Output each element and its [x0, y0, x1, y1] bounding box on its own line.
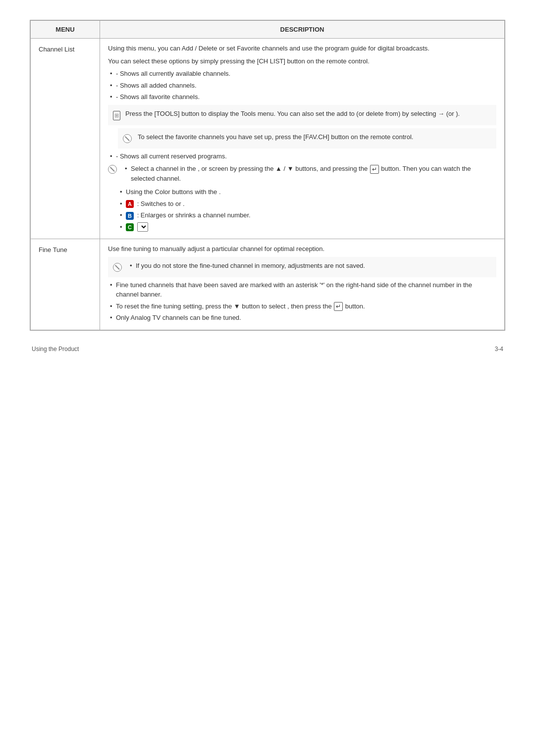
sub-bullet-list: Using the Color buttons with the .: [118, 187, 496, 197]
nosymbol-icon3: [113, 261, 124, 273]
tools-note-text: Press the [TOOLS] button to display the …: [125, 109, 460, 119]
bullet-list: - Shows all currently available channels…: [108, 69, 496, 102]
color-badge-green: C: [126, 223, 134, 231]
desc-cell-1: Use fine tuning to manually adjust a par…: [100, 239, 505, 330]
color-badge-red: A: [126, 200, 134, 208]
enter-icon: ↵: [370, 165, 379, 174]
tools-icon: ⊞: [113, 109, 121, 121]
color-button-item: A : Switches to or .: [118, 199, 496, 209]
fav-note-box: To select the favorite channels you have…: [118, 128, 496, 149]
fav-note-text: To select the favorite channels you have…: [138, 132, 413, 142]
nosymbol-icon: [123, 133, 134, 145]
footer-left: Using the Product: [32, 346, 79, 353]
bullet-list-2: - Shows all current reserved programs.: [108, 151, 496, 161]
list-item: - Shows all currently available channels…: [108, 69, 496, 79]
fine-bullet-item: Only Analog TV channels can be fine tune…: [108, 313, 496, 323]
prog-note-list: Select a channel in the , or screen by p…: [123, 164, 496, 185]
page-container: MENU DESCRIPTION Channel ListUsing this …: [30, 20, 505, 331]
menu-cell-0: Channel List: [31, 39, 100, 239]
no-symbol-icon: [108, 165, 117, 174]
paragraph: Using this menu, you can Add / Delete or…: [108, 44, 496, 53]
paragraph: Use fine tuning to manually adjust a par…: [108, 244, 496, 254]
finetune-note-list: If you do not store the fine-tuned chann…: [128, 261, 365, 273]
programmed-note: Select a channel in the , or screen by p…: [108, 164, 496, 185]
no-symbol-icon: [123, 134, 132, 143]
fine-bullets: Fine tuned channels that have been saved…: [108, 280, 496, 323]
color-button-item: C : Selects multiple channel lists. You …: [118, 222, 496, 232]
fine-bullet-item: Fine tuned channels that have been saved…: [108, 280, 496, 300]
menu-cell-1: Fine Tune: [31, 239, 100, 330]
color-button-list: A : Switches to or . B : Enlarges or shr…: [118, 199, 496, 232]
prog-note-item: Select a channel in the , or screen by p…: [123, 164, 496, 183]
sub-list-item: Using the Color buttons with the .: [118, 187, 496, 197]
tools-note-box: ⊞ Press the [TOOLS] button to display th…: [108, 105, 496, 125]
no-symbol-icon: [113, 263, 122, 272]
description-header: DESCRIPTION: [100, 21, 505, 39]
desc-cell-0: Using this menu, you can Add / Delete or…: [100, 39, 505, 239]
menu-header: MENU: [31, 21, 100, 39]
nosymbol-icon2: [108, 164, 119, 174]
list-item: - Shows all favorite channels.: [108, 92, 496, 102]
page-footer: Using the Product 3-4: [30, 346, 505, 353]
enter-icon: ↵: [334, 302, 343, 311]
list-item: - Shows all current reserved programs.: [108, 151, 496, 161]
color-button-item: B : Enlarges or shrinks a channel number…: [118, 210, 496, 220]
footer-right: 3-4: [495, 346, 503, 353]
finetune-note-box: If you do not store the fine-tuned chann…: [108, 257, 496, 277]
paragraph: You can select these options by simply p…: [108, 56, 496, 66]
finetune-note-item: If you do not store the fine-tuned chann…: [128, 261, 365, 271]
fine-bullet-item: To reset the fine tuning setting, press …: [108, 302, 496, 311]
color-badge-blue: B: [126, 212, 134, 220]
list-item: - Shows all added channels.: [108, 81, 496, 91]
main-table: MENU DESCRIPTION Channel ListUsing this …: [30, 20, 505, 330]
